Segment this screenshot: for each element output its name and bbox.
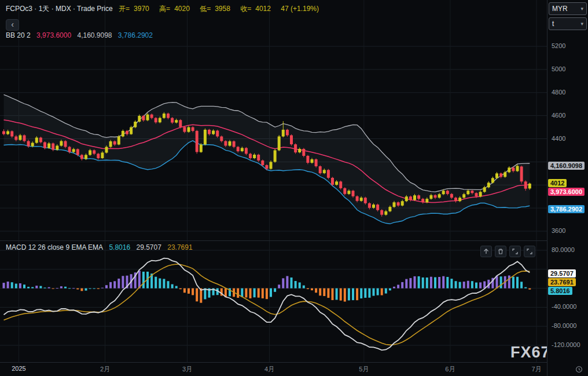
- clock-icon: [575, 366, 583, 373]
- time-axis-label: 5月: [351, 365, 377, 374]
- floating-price-label: 23.7691: [548, 278, 576, 286]
- macd-pane-toolbar: [480, 246, 535, 257]
- floating-price-label: 3,786.2902: [548, 205, 585, 213]
- chevron-down-icon: ▾: [580, 21, 583, 27]
- macd-legend[interactable]: MACD 12 26 close 9 EMA EMA 5.8016 29.570…: [6, 243, 197, 251]
- time-axis-label: 6月: [438, 365, 463, 374]
- macd-hist-value: 5.8016: [109, 243, 130, 251]
- symbol-legend: FCPOc3 · 1天 · MDX · Trade Price 开=3970 高…: [6, 4, 323, 14]
- time-axis[interactable]: 20252月3月4月5月6月7月: [0, 363, 547, 376]
- trash-icon: [497, 248, 504, 255]
- price-axis-label: 4400: [552, 135, 565, 142]
- price-scale[interactable]: MYR ▾ t ▾ 5200500048004600440036004,160.…: [547, 0, 588, 376]
- macd-signal-value: 23.7691: [167, 243, 192, 251]
- currency-value: MYR: [552, 5, 568, 13]
- bb-lower-value: 3,786.2902: [118, 31, 153, 39]
- price-axis-label: 4800: [552, 89, 565, 96]
- arrow-up-icon: [483, 248, 490, 255]
- low-value: 低=3958: [200, 5, 234, 13]
- macd-axis-label: -80.0000: [552, 322, 576, 329]
- price-axis-label: 3600: [552, 227, 565, 234]
- time-axis-label: 2025: [6, 365, 31, 372]
- chevron-down-icon: ▾: [580, 6, 583, 12]
- high-value: 高=4020: [159, 5, 194, 13]
- price-axis-label: 5200: [552, 42, 565, 49]
- move-pane-up-button[interactable]: [480, 246, 492, 257]
- time-axis-settings-button[interactable]: [574, 365, 584, 374]
- price-axis-label: 4600: [552, 112, 565, 119]
- floating-price-label: 4012: [548, 179, 567, 187]
- chevron-left-icon: ‹: [11, 20, 14, 29]
- maximize-pane-button[interactable]: [509, 246, 521, 257]
- time-axis-label: 2月: [93, 365, 118, 374]
- bb-legend[interactable]: BB 20 2 3,973.6000 4,160.9098 3,786.2902: [6, 31, 157, 39]
- currency-dropdown[interactable]: MYR ▾: [549, 2, 587, 15]
- unit-dropdown[interactable]: t ▾: [549, 17, 587, 30]
- macd-line-value: 29.5707: [136, 243, 161, 251]
- time-axis-label: 7月: [524, 365, 549, 374]
- bb-mid-value: 3,973.6000: [36, 31, 71, 39]
- macd-indicator-label: MACD 12 26 close 9 EMA EMA: [6, 243, 103, 251]
- floating-price-label: 5.8016: [548, 287, 572, 295]
- symbol-title[interactable]: FCPOc3 · 1天 · MDX · Trade Price: [6, 5, 113, 13]
- restore-icon: [526, 248, 533, 255]
- floating-price-label: 4,160.9098: [548, 162, 585, 170]
- unit-value: t: [552, 20, 554, 28]
- bb-upper-value: 4,160.9098: [77, 31, 112, 39]
- bb-indicator-label: BB 20 2: [6, 31, 31, 39]
- open-value: 开=3970: [119, 5, 153, 13]
- time-axis-label: 4月: [257, 365, 282, 374]
- macd-axis-label: -120.0000: [552, 341, 580, 348]
- macd-indicator-chart[interactable]: [0, 240, 547, 362]
- change-value: 47 (+1.19%): [281, 5, 319, 13]
- close-value: 收=4012: [240, 5, 275, 13]
- delete-pane-button[interactable]: [495, 246, 506, 257]
- restore-pane-button[interactable]: [524, 246, 535, 257]
- macd-axis-label: -40.0000: [552, 303, 576, 310]
- price-axis-label: 5000: [552, 65, 565, 72]
- collapse-toolbar-button[interactable]: ‹: [6, 19, 19, 31]
- pane-separator[interactable]: [0, 240, 588, 241]
- floating-price-label: 3,973.6000: [548, 188, 585, 196]
- trading-chart-app: FX678 FCPOc3 · 1天 · MDX · Trade Price 开=…: [0, 0, 588, 376]
- maximize-icon: [512, 248, 519, 255]
- floating-price-label: 29.5707: [548, 269, 576, 278]
- time-axis-label: 3月: [175, 365, 200, 374]
- macd-axis-label: 80.0000: [552, 246, 575, 253]
